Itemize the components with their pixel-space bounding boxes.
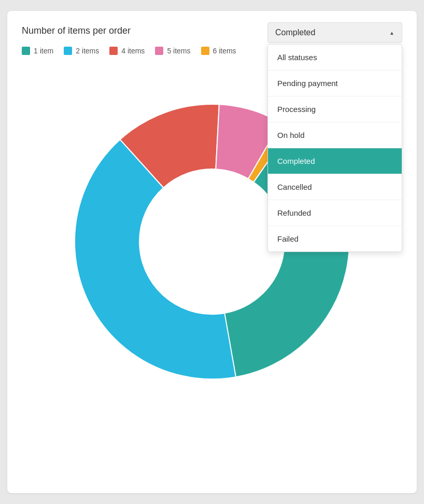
legend-label: 6 items bbox=[213, 47, 236, 55]
dropdown-item[interactable]: Cancelled bbox=[268, 174, 402, 200]
legend-label: 2 items bbox=[76, 47, 99, 55]
legend-color-swatch bbox=[155, 47, 163, 55]
dropdown-item[interactable]: Processing bbox=[268, 96, 402, 122]
chevron-up-icon: ▲ bbox=[389, 30, 394, 36]
legend-label: 4 items bbox=[121, 47, 145, 55]
dropdown-item[interactable]: Failed bbox=[268, 226, 402, 251]
dropdown-selected-label: Completed bbox=[275, 28, 315, 37]
card: Number of items per order Completed ▲ Al… bbox=[7, 11, 417, 493]
legend-label: 5 items bbox=[167, 47, 190, 55]
legend-label: 1 item bbox=[34, 47, 53, 55]
legend-color-swatch bbox=[201, 47, 209, 55]
legend-item: 6 items bbox=[201, 47, 236, 55]
legend-item: 1 item bbox=[22, 47, 53, 55]
dropdown-menu: All statusesPending paymentProcessingOn … bbox=[267, 44, 402, 252]
dropdown-item[interactable]: Completed bbox=[268, 148, 402, 174]
legend-item: 5 items bbox=[155, 47, 190, 55]
dropdown-item[interactable]: Pending payment bbox=[268, 71, 402, 96]
dropdown-item[interactable]: On hold bbox=[268, 122, 402, 148]
dropdown-item[interactable]: All statuses bbox=[268, 45, 402, 71]
dropdown-item[interactable]: Refunded bbox=[268, 200, 402, 226]
status-dropdown[interactable]: Completed ▲ bbox=[267, 22, 402, 43]
legend-item: 4 items bbox=[109, 47, 145, 55]
legend-color-swatch bbox=[64, 47, 72, 55]
legend-item: 2 items bbox=[64, 47, 99, 55]
legend-color-swatch bbox=[109, 47, 118, 55]
dropdown-wrapper: Completed ▲ All statusesPending paymentP… bbox=[267, 22, 402, 43]
legend-color-swatch bbox=[22, 47, 30, 55]
